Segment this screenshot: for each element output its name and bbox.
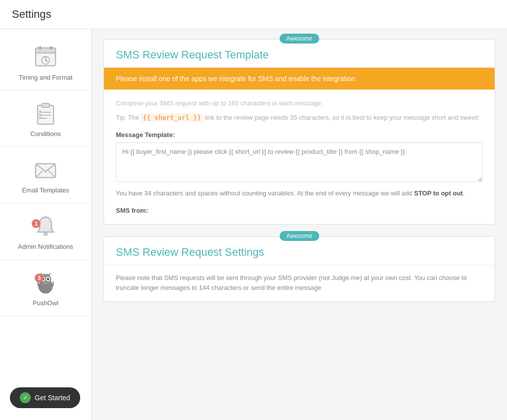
sms-settings-card-header: SMS Review Request Settings	[104, 237, 495, 265]
sidebar-item-label-admin-notifications: Admin Notifications	[18, 243, 73, 250]
sidebar: Timing and Format Conditio	[0, 29, 92, 420]
svg-rect-12	[39, 111, 41, 113]
awesome-badge-1: Awesome	[279, 34, 319, 44]
clipboard-icon	[32, 99, 59, 127]
sidebar-item-admin-notifications[interactable]: 1 Admin Notifications	[0, 203, 91, 260]
pushowl-badge: 3	[35, 274, 44, 282]
email-icon	[32, 156, 59, 184]
sidebar-item-email-templates[interactable]: Email Templates	[0, 147, 91, 203]
svg-point-27	[47, 278, 50, 280]
sidebar-item-pushowl[interactable]: 3 PushOwl	[0, 260, 91, 316]
char-count-suffix: .	[463, 189, 465, 197]
sidebar-item-label-conditions: Conditions	[30, 130, 60, 138]
sms-settings-text: Please note that SMS requests will be se…	[116, 273, 483, 294]
sidebar-item-timing-and-format[interactable]: Timing and Format	[0, 34, 91, 91]
svg-rect-2	[39, 46, 41, 50]
awesome-badge-2: Awesome	[279, 231, 319, 241]
sidebar-item-label-pushowl: PushOwl	[33, 299, 58, 307]
tip-suffix: link to the review page needs 35 charact…	[203, 114, 479, 121]
compose-hint: Compose your SMS request with up to 160 …	[116, 99, 483, 107]
message-template-textarea[interactable]: Hi {{ buyer_first_name }} please click {…	[116, 142, 483, 182]
tip-text: Tip: The {{ short_url }} link to the rev…	[116, 113, 483, 123]
sms-template-body: Compose your SMS request with up to 160 …	[104, 90, 495, 224]
sidebar-item-label-timing: Timing and Format	[19, 74, 73, 81]
get-started-button[interactable]: ✓ Get Started	[10, 387, 80, 408]
svg-rect-8	[42, 103, 50, 107]
sms-settings-body: Please note that SMS requests will be se…	[104, 265, 495, 302]
sms-alert-text: Please install one of the apps we integr…	[116, 75, 357, 83]
get-started-label: Get Started	[35, 394, 70, 402]
sidebar-item-label-email-templates: Email Templates	[22, 187, 69, 194]
svg-rect-13	[39, 114, 41, 116]
sms-alert-bar: Please install one of the apps we integr…	[104, 68, 495, 90]
bell-icon-wrap: 1	[32, 212, 59, 243]
sms-from-label: SMS from:	[116, 207, 483, 214]
check-icon: ✓	[20, 392, 31, 403]
owl-icon-wrap: 3	[32, 269, 59, 299]
svg-rect-14	[39, 117, 41, 119]
sms-settings-title: SMS Review Request Settings	[116, 246, 483, 259]
main-layout: Timing and Format Conditio	[0, 29, 507, 420]
page-title: Settings	[12, 8, 495, 21]
clock-icon	[32, 43, 59, 71]
tip-code: {{ short_url }}	[141, 113, 203, 122]
svg-point-18	[44, 233, 47, 235]
app-container: Settings Timing and Format	[0, 0, 507, 420]
admin-notifications-badge: 1	[32, 219, 41, 228]
tip-prefix: Tip: The	[116, 114, 141, 121]
char-count-bold: STOP to opt out	[414, 189, 462, 197]
owl-icon	[32, 269, 59, 296]
sms-template-card: Awesome SMS Review Request Template Plea…	[103, 39, 495, 225]
char-count-text: You have 34 characters and spaces withou…	[116, 188, 483, 199]
content-area: Awesome SMS Review Request Template Plea…	[92, 29, 507, 420]
svg-rect-1	[36, 48, 55, 53]
sms-template-title: SMS Review Request Template	[116, 48, 483, 61]
sidebar-item-conditions[interactable]: Conditions	[0, 91, 91, 147]
page-header: Settings	[0, 0, 507, 29]
sms-settings-card: Awesome SMS Review Request Settings Plea…	[103, 236, 495, 302]
svg-rect-3	[50, 46, 52, 50]
char-count-prefix: You have 34 characters and spaces withou…	[116, 189, 414, 197]
sms-template-card-header: SMS Review Request Template	[104, 40, 495, 68]
message-template-label: Message Template:	[116, 131, 483, 139]
